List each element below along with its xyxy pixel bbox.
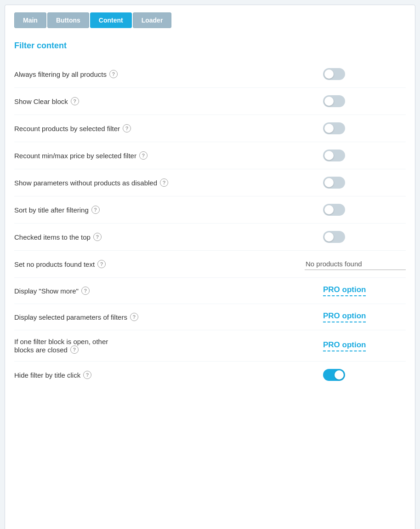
setting-row-always-filtering: Always filtering by all products?	[14, 61, 406, 88]
toggle-show-clear-block[interactable]	[323, 95, 345, 107]
setting-label-recount-price: Recount min/max price by selected filter…	[14, 151, 148, 160]
help-icon-no-products-text[interactable]: ?	[97, 260, 106, 268]
setting-control-display-selected-params: PRO option	[323, 311, 406, 322]
settings-list: Always filtering by all products?Show Cl…	[14, 61, 406, 388]
setting-row-no-products-text: Set no products found text?	[14, 251, 406, 278]
pro-option-display-selected-params[interactable]: PRO option	[323, 311, 366, 322]
toggle-recount-products[interactable]	[323, 122, 345, 134]
setting-control-checked-items-top	[323, 231, 406, 243]
help-icon-one-filter-open[interactable]: ?	[70, 345, 79, 354]
setting-label-display-selected-params: Display selected parameters of filters?	[14, 313, 138, 321]
setting-row-sort-by-title: Sort by title after filtering?	[14, 196, 406, 224]
setting-label-text-no-products-text: Set no products found text	[14, 260, 95, 268]
setting-label-text-show-parameters: Show parameters without products as disa…	[14, 179, 157, 187]
tab-loader[interactable]: Loader	[133, 12, 172, 28]
pro-option-display-show-more[interactable]: PRO option	[323, 285, 366, 296]
help-icon-show-parameters[interactable]: ?	[160, 178, 168, 187]
toggle-slider-show-parameters	[323, 177, 345, 189]
toggle-sort-by-title[interactable]	[323, 204, 345, 216]
setting-label-hide-filter-title: Hide filter by title click?	[14, 371, 91, 379]
setting-row-hide-filter-title: Hide filter by title click?	[14, 362, 406, 388]
setting-label-text-display-selected-params: Display selected parameters of filters	[14, 313, 127, 321]
setting-row-recount-price: Recount min/max price by selected filter…	[14, 142, 406, 169]
setting-label-text-recount-price: Recount min/max price by selected filter	[14, 152, 136, 160]
setting-label-one-filter-open: If one filter block is open, otherblocks…	[14, 338, 108, 354]
help-icon-show-clear-block[interactable]: ?	[71, 97, 79, 105]
setting-label-always-filtering: Always filtering by all products?	[14, 70, 118, 78]
help-icon-recount-price[interactable]: ?	[139, 151, 148, 160]
settings-container: MainButtonsContentLoader Filter content …	[5, 5, 415, 529]
toggle-hide-filter-title[interactable]	[323, 369, 345, 381]
setting-label-text-checked-items-top: Checked items to the top	[14, 233, 91, 241]
text-input-no-products-text[interactable]	[305, 258, 406, 270]
setting-control-show-clear-block	[323, 95, 406, 107]
setting-label-text-show-clear-block: Show Clear block	[14, 98, 68, 105]
setting-control-no-products-text	[305, 258, 406, 270]
setting-row-recount-products: Recount products by selected filter?	[14, 115, 406, 142]
setting-label-display-show-more: Display "Show more"?	[14, 287, 90, 295]
help-icon-sort-by-title[interactable]: ?	[91, 206, 100, 214]
setting-label-text-recount-products: Recount products by selected filter	[14, 125, 120, 132]
setting-row-show-parameters: Show parameters without products as disa…	[14, 169, 406, 196]
setting-control-always-filtering	[323, 68, 406, 80]
setting-label-show-clear-block: Show Clear block?	[14, 97, 79, 105]
toggle-slider-recount-products	[323, 122, 345, 134]
toggle-slider-hide-filter-title	[323, 369, 345, 381]
setting-label-text-sort-by-title: Sort by title after filtering	[14, 206, 89, 214]
pro-option-one-filter-open[interactable]: PRO option	[323, 340, 366, 351]
toggle-always-filtering[interactable]	[323, 68, 345, 80]
tab-main[interactable]: Main	[14, 12, 46, 28]
toggle-recount-price[interactable]	[323, 150, 345, 161]
setting-control-show-parameters	[323, 177, 406, 189]
setting-label-show-parameters: Show parameters without products as disa…	[14, 178, 168, 187]
section-title: Filter content	[14, 41, 406, 51]
setting-control-hide-filter-title	[323, 369, 406, 381]
setting-control-display-show-more: PRO option	[323, 285, 406, 296]
toggle-show-parameters[interactable]	[323, 177, 345, 189]
setting-row-checked-items-top: Checked items to the top?	[14, 224, 406, 251]
setting-control-recount-products	[323, 122, 406, 134]
toggle-slider-always-filtering	[323, 68, 345, 80]
toggle-slider-sort-by-title	[323, 204, 345, 216]
setting-control-recount-price	[323, 150, 406, 161]
help-icon-display-show-more[interactable]: ?	[81, 287, 90, 295]
help-icon-hide-filter-title[interactable]: ?	[83, 371, 91, 379]
setting-control-one-filter-open: PRO option	[323, 340, 406, 351]
tab-bar: MainButtonsContentLoader	[14, 12, 406, 28]
setting-row-display-show-more: Display "Show more"?PRO option	[14, 278, 406, 304]
setting-control-sort-by-title	[323, 204, 406, 216]
tab-buttons[interactable]: Buttons	[47, 12, 89, 28]
setting-label-sort-by-title: Sort by title after filtering?	[14, 206, 100, 214]
setting-label-recount-products: Recount products by selected filter?	[14, 124, 131, 132]
toggle-slider-recount-price	[323, 150, 345, 161]
toggle-slider-show-clear-block	[323, 95, 345, 107]
setting-row-display-selected-params: Display selected parameters of filters?P…	[14, 304, 406, 330]
help-icon-display-selected-params[interactable]: ?	[130, 313, 138, 321]
setting-row-one-filter-open: If one filter block is open, otherblocks…	[14, 330, 406, 362]
setting-label-text-always-filtering: Always filtering by all products	[14, 70, 107, 78]
setting-label-checked-items-top: Checked items to the top?	[14, 233, 102, 241]
setting-label-text-display-show-more: Display "Show more"	[14, 287, 79, 295]
help-icon-always-filtering[interactable]: ?	[109, 70, 118, 78]
setting-label-text-hide-filter-title: Hide filter by title click	[14, 371, 80, 379]
help-icon-recount-products[interactable]: ?	[123, 124, 131, 132]
toggle-checked-items-top[interactable]	[323, 231, 345, 243]
setting-row-show-clear-block: Show Clear block?	[14, 88, 406, 115]
tab-content[interactable]: Content	[90, 12, 132, 28]
setting-label-no-products-text: Set no products found text?	[14, 260, 106, 268]
toggle-slider-checked-items-top	[323, 231, 345, 243]
help-icon-checked-items-top[interactable]: ?	[93, 233, 102, 241]
